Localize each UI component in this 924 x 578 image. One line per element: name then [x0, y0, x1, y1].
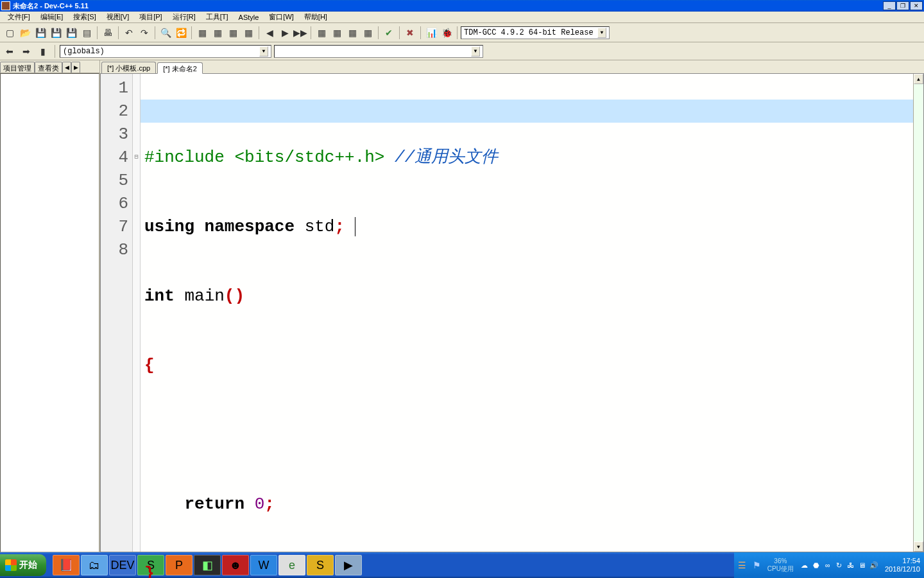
toolbar-separator	[191, 26, 192, 39]
menu-view[interactable]: 视图[V]	[101, 12, 134, 22]
code-token: namespace	[194, 217, 295, 236]
start-button[interactable]: 开始	[0, 554, 46, 576]
code-comment: //通用头文件	[395, 148, 498, 167]
grid2-icon[interactable]: ▦	[330, 26, 344, 40]
code-token: std	[295, 217, 334, 236]
menu-window[interactable]: 窗口[W]	[264, 12, 299, 22]
compile-run-icon[interactable]: ▦	[226, 26, 240, 40]
run-icon[interactable]: ▦	[210, 26, 225, 40]
line-number: 7	[101, 215, 128, 238]
code-token: ()	[225, 286, 244, 306]
step-icon[interactable]: ▶▶	[293, 26, 307, 40]
print-icon[interactable]: 🖶	[101, 26, 115, 40]
menu-help[interactable]: 帮助[H]	[299, 12, 332, 22]
vertical-scrollbar[interactable]: ▲ ▼	[913, 74, 923, 552]
dropdown-arrow-icon[interactable]: ▼	[471, 46, 480, 57]
menu-bar: 文件[F] 编辑[E] 搜索[S] 视图[V] 项目[P] 运行[R] 工具[T…	[0, 12, 924, 23]
task-devcpp-icon[interactable]: DEV	[109, 555, 136, 575]
profile-icon[interactable]: 📊	[424, 26, 438, 40]
menu-search[interactable]: 搜索[S]	[68, 12, 101, 22]
scroll-down-icon[interactable]: ▼	[914, 541, 923, 552]
new-file-icon[interactable]: ▢	[3, 26, 17, 40]
code-token: main	[184, 286, 224, 306]
minimize-button[interactable]: _	[883, 1, 896, 10]
code-token: ;	[264, 495, 275, 514]
menu-tools[interactable]: 工具[T]	[201, 12, 234, 22]
code-token: <bits/stdc++.h>	[225, 148, 395, 167]
tab-next-icon[interactable]: ▶	[71, 62, 80, 73]
dropdown-arrow-icon[interactable]: ▼	[597, 28, 606, 38]
task-explorer-icon[interactable]: 🗂	[81, 555, 108, 575]
goto-fwd-icon[interactable]: ➡	[19, 44, 33, 58]
find-icon[interactable]: 🔍	[158, 26, 173, 40]
line-number: 1	[101, 76, 128, 100]
toolbar-separator	[311, 26, 311, 39]
compile-icon[interactable]: ▦	[195, 26, 209, 40]
grid3-icon[interactable]: ▦	[345, 26, 359, 40]
rebuild-icon[interactable]: ▦	[241, 26, 255, 40]
main-editor: [*] 小模板.cpp [*] 未命名2 1 2 3 4 5 6 7 8 ⊟	[100, 60, 924, 552]
project-tree[interactable]	[0, 73, 99, 552]
undo-icon[interactable]: ↶	[122, 26, 136, 40]
close-file-icon[interactable]: ▤	[80, 26, 94, 40]
grid4-icon[interactable]: ▦	[361, 26, 375, 40]
scope-combo[interactable]: (globals) ▼	[60, 45, 271, 58]
tab-project[interactable]: 项目管理	[0, 62, 35, 73]
code-token: #include	[144, 148, 225, 167]
redo-icon[interactable]: ↷	[137, 26, 151, 40]
task-app-1-icon[interactable]: 📕	[53, 555, 80, 575]
compiler-combo[interactable]: TDM-GCC 4.9.2 64-bit Release ▼	[461, 26, 610, 39]
work-area: 项目管理 查看类 ◀ ▶ [*] 小模板.cpp [*] 未命名2 1 2 3 …	[0, 60, 924, 552]
menu-project[interactable]: 项目[P]	[134, 12, 167, 22]
goto-back-icon[interactable]: ⬅	[3, 44, 17, 58]
save-icon[interactable]: 💾	[33, 26, 47, 40]
tab-file-1[interactable]: [*] 小模板.cpp	[101, 62, 156, 73]
replace-icon[interactable]: 🔁	[174, 26, 188, 40]
left-panel: 项目管理 查看类 ◀ ▶	[0, 60, 100, 552]
dropdown-arrow-icon[interactable]: ▼	[259, 46, 268, 57]
menu-run[interactable]: 运行[R]	[167, 12, 201, 22]
toolbar-separator	[457, 26, 458, 39]
toolbar-separator	[399, 26, 400, 39]
toolbar-separator	[97, 26, 98, 39]
line-number: 3	[101, 123, 128, 146]
line-number: 8	[101, 238, 128, 261]
delete-icon[interactable]: ✖	[403, 26, 417, 40]
grid1-icon[interactable]: ▦	[314, 26, 329, 40]
scroll-up-icon[interactable]: ▲	[914, 74, 923, 84]
debug-bug-icon[interactable]: 🐞	[440, 26, 454, 40]
line-gutter: 1 2 3 4 5 6 7 8	[101, 74, 133, 552]
editor[interactable]: 1 2 3 4 5 6 7 8 ⊟ #include <	[100, 73, 924, 552]
scope-value: (globals)	[63, 47, 105, 56]
fold-toggle-icon[interactable]: ⊟	[133, 146, 140, 169]
save-all-icon[interactable]: 💾	[49, 26, 63, 40]
toolbar-separator	[155, 26, 155, 39]
line-number: 2	[101, 100, 128, 123]
editor-tabs: [*] 小模板.cpp [*] 未命名2	[100, 60, 924, 73]
stop-icon[interactable]: ▶	[278, 26, 292, 40]
menu-file[interactable]: 文件[F]	[3, 12, 35, 22]
code-area[interactable]: #include <bits/stdc++.h> //通用头文件 using n…	[141, 74, 913, 552]
save-as-icon[interactable]: 💾	[64, 26, 78, 40]
app-icon	[1, 1, 10, 10]
tab-classes[interactable]: 查看类	[35, 62, 62, 73]
member-combo[interactable]: ▼	[274, 45, 483, 58]
menu-astyle[interactable]: AStyle	[234, 13, 264, 22]
tab-file-2[interactable]: [*] 未命名2	[157, 62, 203, 74]
menu-edit[interactable]: 编辑[E]	[35, 12, 68, 22]
toolbar-separator	[378, 26, 379, 39]
bookmark-icon[interactable]: ▮	[36, 44, 50, 58]
check-icon[interactable]: ✔	[382, 26, 396, 40]
open-file-icon[interactable]: 📂	[18, 26, 32, 40]
maximize-button[interactable]: ❐	[896, 1, 909, 10]
toolbar-separator	[55, 45, 55, 58]
code-token	[244, 495, 255, 514]
scroll-track[interactable]	[914, 84, 923, 541]
tab-prev-icon[interactable]: ◀	[62, 62, 71, 73]
code-token: ;	[334, 217, 345, 236]
code-token: 0	[255, 495, 265, 514]
close-button[interactable]: ✕	[910, 1, 923, 10]
window-title: 未命名2 - Dev-C++ 5.11	[13, 1, 882, 11]
line-number: 4	[101, 146, 128, 169]
debug-icon[interactable]: ◀	[262, 26, 277, 40]
